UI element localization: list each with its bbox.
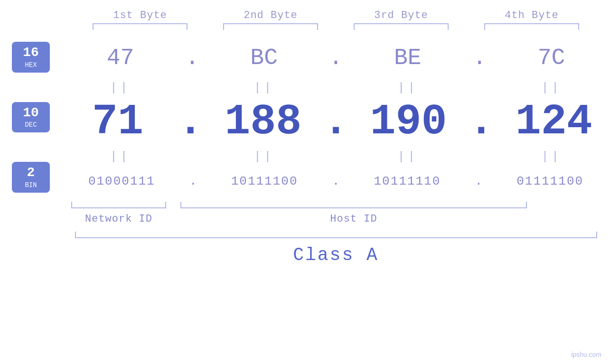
bracket-byte4	[484, 23, 579, 30]
outer-bracket	[75, 232, 597, 238]
content-area: 16 HEX 10 DEC 2 BIN 47 . BC . BE . 7C	[0, 37, 610, 198]
bin-dot2: .	[332, 174, 340, 188]
bin-byte3: 10111110	[355, 174, 460, 188]
outer-bracket-row	[75, 232, 597, 239]
byte4-header: 4th Byte	[479, 9, 584, 21]
dec-byte4: 124	[502, 101, 606, 143]
eq2-byte3: ||	[356, 149, 460, 164]
bin-dot1: .	[189, 174, 197, 188]
bottom-bracket-row	[62, 202, 584, 209]
bracket-host	[180, 202, 527, 208]
watermark: ipshu.com	[571, 351, 601, 358]
dec-dot3: .	[469, 98, 494, 146]
class-label: Class A	[75, 245, 597, 265]
hex-num: 16	[19, 46, 43, 60]
eq1-byte1: ||	[68, 81, 172, 95]
dec-byte1: 71	[66, 101, 170, 143]
bin-byte4: 01111100	[498, 174, 602, 188]
bin-num: 2	[19, 166, 43, 180]
host-id-label: Host ID	[180, 213, 527, 225]
equals-row2: || || || ||	[62, 148, 610, 165]
bin-badge: 2 BIN	[12, 162, 50, 193]
eq1-byte3: ||	[356, 81, 460, 95]
hex-label: HEX	[19, 61, 43, 69]
dec-label: DEC	[19, 121, 43, 129]
main-container: 1st Byte 2nd Byte 3rd Byte 4th Byte 16 H…	[0, 0, 610, 364]
bin-dot3: .	[475, 174, 482, 188]
hex-dot1: .	[185, 45, 199, 71]
bin-label: BIN	[19, 181, 43, 189]
base-labels-column: 16 HEX 10 DEC 2 BIN	[0, 37, 62, 198]
hex-byte2: BC	[212, 45, 316, 71]
hex-byte1: 47	[68, 45, 172, 71]
byte1-header: 1st Byte	[88, 9, 192, 21]
eq2-byte2: ||	[212, 149, 316, 164]
bin-byte2: 10111100	[212, 174, 317, 188]
eq2-byte1: ||	[68, 149, 172, 164]
eq2-byte4: ||	[499, 149, 604, 164]
bin-row: 01000111 . 10111100 . 10111110 . 0111110…	[62, 165, 610, 198]
top-bracket-row	[75, 23, 597, 32]
bracket-network	[71, 202, 166, 208]
bracket-byte1	[93, 23, 188, 30]
hex-row: 47 . BC . BE . 7C	[62, 37, 610, 79]
network-id-label: Network ID	[66, 213, 171, 225]
bracket-byte2	[223, 23, 318, 30]
bin-byte1: 01000111	[69, 174, 174, 188]
hex-byte4: 7C	[499, 45, 604, 71]
byte3-header: 3rd Byte	[349, 9, 453, 21]
dec-byte2: 188	[211, 101, 315, 143]
eq1-byte2: ||	[212, 81, 316, 95]
dec-row: 71 . 188 . 190 . 124	[62, 96, 610, 148]
values-grid: 47 . BC . BE . 7C || || || || 71	[62, 37, 610, 198]
hex-byte3: BE	[356, 45, 460, 71]
equals-row1: || || || ||	[62, 79, 610, 96]
bracket-byte3	[354, 23, 449, 30]
bottom-brackets: Network ID Host ID	[0, 202, 610, 225]
byte2-header: 2nd Byte	[218, 9, 323, 21]
dec-badge: 10 DEC	[12, 102, 50, 133]
id-labels-row: Network ID Host ID	[62, 213, 584, 225]
dec-num: 10	[19, 106, 43, 121]
byte-headers: 1st Byte 2nd Byte 3rd Byte 4th Byte	[75, 9, 597, 21]
hex-dot3: .	[473, 45, 487, 71]
hex-dot2: .	[329, 45, 343, 71]
hex-badge: 16 HEX	[12, 42, 50, 73]
dec-dot1: .	[178, 98, 203, 146]
dec-dot2: .	[323, 98, 348, 146]
dec-byte3: 190	[357, 101, 461, 143]
eq1-byte4: ||	[499, 81, 604, 95]
